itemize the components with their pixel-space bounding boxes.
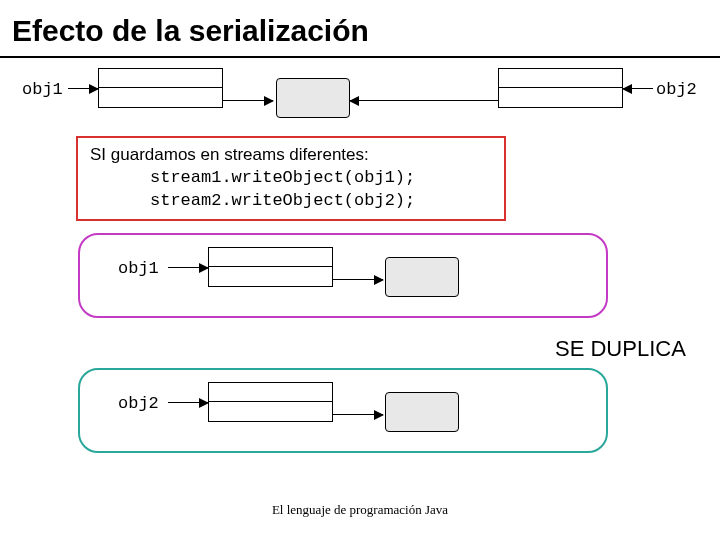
arrow-stream2-label-to-box [168,402,208,403]
diagram-canvas: obj1 obj2 SI guardamos en streams difere… [0,58,720,528]
duplicate-label: SE DUPLICA [555,336,686,362]
stream1-bubble: obj1 [78,233,608,318]
code-intro: SI guardamos en streams diferentes: [90,144,492,167]
code-box: SI guardamos en streams diferentes: stre… [76,136,506,221]
arrow-obj1-to-box [68,88,98,89]
stream2-bubble: obj2 [78,368,608,453]
uml-box-stream1 [208,247,333,287]
arrow-stream2-to-copy [333,414,383,415]
shared-copy-stream1 [385,257,459,297]
shared-copy-stream2 [385,392,459,432]
arrow-stream1-to-copy [333,279,383,280]
label-obj1-top: obj1 [22,80,63,99]
page-title: Efecto de la serialización [0,0,720,58]
arrow-obj2-to-shared [350,100,498,101]
arrow-stream1-label-to-box [168,267,208,268]
label-obj2-top: obj2 [656,80,697,99]
uml-box-obj1-top [98,68,223,108]
shared-box-top [276,78,350,118]
code-line-2: stream2.writeObject(obj2); [90,190,492,213]
label-obj1-stream1: obj1 [118,259,159,278]
footer-text: El lenguaje de programación Java [0,502,720,518]
label-obj2-stream2: obj2 [118,394,159,413]
code-line-1: stream1.writeObject(obj1); [90,167,492,190]
uml-box-stream2 [208,382,333,422]
uml-box-obj2-top [498,68,623,108]
arrow-obj2-from-label [623,88,653,89]
arrow-obj1-to-shared [223,100,273,101]
